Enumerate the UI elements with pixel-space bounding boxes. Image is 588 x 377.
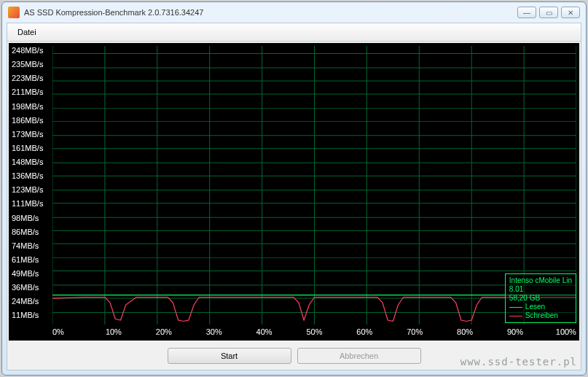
legend-capacity: 58,20 GB bbox=[509, 294, 572, 303]
y-tick: 86MB/s bbox=[12, 228, 43, 241]
y-tick: 11MB/s bbox=[12, 311, 43, 324]
start-button[interactable]: Start bbox=[168, 348, 291, 364]
y-tick: 148MB/s bbox=[12, 158, 43, 171]
titlebar: AS SSD Kompression-Benchmark 2.0.7316.34… bbox=[2, 2, 586, 23]
chart-area: 248MB/s235MB/s223MB/s211MB/s198MB/s186MB… bbox=[9, 43, 579, 341]
window-title: AS SSD Kompression-Benchmark 2.0.7316.34… bbox=[24, 8, 517, 17]
app-window: AS SSD Kompression-Benchmark 2.0.7316.34… bbox=[1, 1, 587, 376]
x-tick: 40% bbox=[254, 327, 275, 338]
legend-device: Intenso cMobile Lin bbox=[509, 276, 572, 285]
x-tick: 80% bbox=[454, 327, 476, 338]
y-tick: 198MB/s bbox=[12, 102, 43, 116]
app-icon bbox=[8, 7, 20, 18]
y-tick: 211MB/s bbox=[12, 88, 43, 101]
y-tick: 49MB/s bbox=[12, 269, 43, 283]
y-tick: 186MB/s bbox=[12, 116, 43, 130]
y-tick: 223MB/s bbox=[12, 74, 43, 88]
y-tick: 24MB/s bbox=[12, 297, 43, 311]
plot bbox=[52, 46, 576, 324]
y-axis-labels: 248MB/s235MB/s223MB/s211MB/s198MB/s186MB… bbox=[12, 43, 43, 341]
window-buttons: — ▭ ✕ bbox=[517, 7, 580, 18]
x-tick: 60% bbox=[353, 327, 375, 338]
maximize-button[interactable]: ▭ bbox=[539, 7, 558, 18]
x-tick: 30% bbox=[203, 327, 225, 338]
chart-svg bbox=[52, 46, 576, 324]
x-tick: 0% bbox=[52, 327, 74, 338]
x-tick: 90% bbox=[504, 327, 526, 338]
client-area: Datei 248MB/s235MB/s223MB/s211MB/s198MB/… bbox=[7, 23, 581, 370]
legend: Intenso cMobile Lin 8.01 58,20 GB Lesen … bbox=[505, 273, 576, 323]
y-tick: 136MB/s bbox=[12, 171, 43, 185]
y-tick: 161MB/s bbox=[12, 144, 43, 158]
button-row: Start Abbrechen bbox=[7, 342, 581, 370]
y-tick: 235MB/s bbox=[12, 60, 43, 74]
y-tick: 61MB/s bbox=[12, 255, 43, 269]
x-axis-labels: 0%10%20%30%40%50%60%70%80%90%100% bbox=[52, 327, 576, 338]
x-tick: 50% bbox=[303, 327, 325, 338]
y-tick: 36MB/s bbox=[12, 283, 43, 297]
legend-read-swatch bbox=[509, 307, 522, 308]
y-tick: 123MB/s bbox=[12, 185, 43, 199]
x-tick: 100% bbox=[554, 327, 576, 338]
legend-firmware: 8.01 bbox=[509, 285, 572, 294]
menu-datei[interactable]: Datei bbox=[13, 26, 41, 38]
y-tick: 111MB/s bbox=[12, 199, 43, 213]
abort-button: Abbrechen bbox=[297, 348, 421, 364]
close-button[interactable]: ✕ bbox=[561, 7, 580, 18]
x-tick: 20% bbox=[153, 327, 175, 338]
legend-read: Lesen bbox=[509, 303, 572, 311]
x-tick: 10% bbox=[103, 327, 125, 338]
x-tick: 70% bbox=[404, 327, 426, 338]
legend-write-swatch bbox=[509, 316, 522, 316]
y-tick: 74MB/s bbox=[12, 241, 43, 255]
legend-write: Schreiben bbox=[509, 311, 572, 320]
y-tick: 173MB/s bbox=[12, 130, 43, 144]
y-tick: 98MB/s bbox=[12, 214, 43, 228]
menubar: Datei bbox=[7, 23, 581, 42]
minimize-button[interactable]: — bbox=[517, 7, 536, 18]
y-tick: 248MB/s bbox=[12, 46, 43, 60]
